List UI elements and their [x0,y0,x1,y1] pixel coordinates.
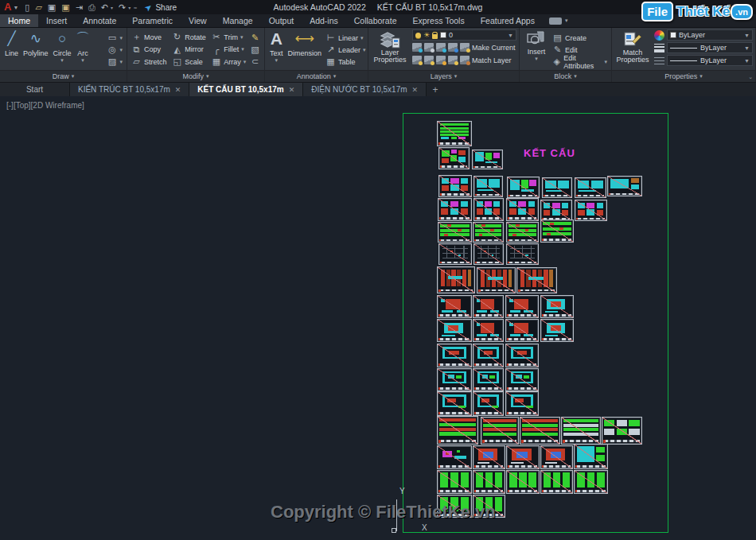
menu-tab-collaborate[interactable]: Collaborate [346,14,405,27]
undo-icon[interactable]: ↶ [101,2,108,13]
linetype-dropdown[interactable]: ByLayer ▼ [667,55,753,66]
panel-label-modify[interactable]: Modify▾ [127,70,264,82]
layer-unisolate-icon[interactable] [424,43,434,52]
doc-tab--i-n-n-c-bt-10-5x17m[interactable]: ĐIỆN NƯỚC BT 10,5x17m✕ [303,83,427,96]
layer-properties-button[interactable]: Layer Properties [371,29,409,70]
autocad-app-icon[interactable]: A [4,2,11,13]
arc-tool[interactable]: ⌒Arc▾ [74,29,92,70]
edit-attributes-tool[interactable]: ◈Edit Attributes▾ [552,56,607,68]
doc-tab-ki-n-tr-c-bt-10-5x17m[interactable]: KIẾN TRÚC BT 10,5x17m✕ [70,83,189,96]
new-tab-button[interactable]: + [427,83,444,96]
explode-tool[interactable]: ▧ [250,44,260,56]
polyline-tool[interactable]: ∿Polyline [21,29,51,70]
match-properties-button[interactable]: Match Properties [614,29,651,70]
layer-thaw-all-icon[interactable] [436,56,446,64]
move-tool[interactable]: ＋Move [131,31,167,43]
make-current-icon[interactable] [460,43,470,52]
create-tool[interactable]: ▤Create [552,32,607,44]
doc-tab-start[interactable]: Start [0,83,70,96]
menu-tab-insert[interactable]: Insert [38,14,75,27]
hatch-tool[interactable]: ▨▾ [107,56,123,68]
menu-tab-parametric[interactable]: Parametric [124,14,181,27]
rectangle-tool[interactable]: ▭▾ [107,32,123,44]
layer-off-icon[interactable] [412,56,422,64]
menu-tab-featured-apps[interactable]: Featured Apps [473,14,543,27]
ellipse-tool[interactable]: ◎▾ [107,44,123,56]
layer-color-swatch[interactable] [440,32,446,38]
export-icon[interactable]: ⇥ [76,2,83,13]
trim-tool[interactable]: ✂Trim▾ [211,31,247,43]
layer-on-bulb-icon[interactable] [415,33,421,38]
layer-unlock-icon[interactable] [432,34,438,39]
match-layer-icon[interactable] [460,56,470,64]
lineweight-dropdown[interactable]: ByLayer ▼ [667,42,753,53]
redo-icon[interactable]: ↷ [119,2,126,13]
array-icon: ▦ [211,56,221,67]
mirror-tool[interactable]: ◭Mirror [172,44,206,56]
tab-close-icon[interactable]: ✕ [412,86,419,94]
layer-thaw-sun-icon[interactable]: ☀ [423,32,430,39]
copy-tool[interactable]: ⧉Copy [131,44,167,56]
menu-tab-manage[interactable]: Manage [215,14,261,27]
print-icon[interactable]: ⎙ [88,2,95,13]
rotate-tool[interactable]: ↻Rotate [172,31,206,43]
sheet-diagonal-line [543,178,571,197]
tab-close-icon[interactable]: ✕ [175,86,181,94]
linear-tool[interactable]: ⊢Linear▾ [325,32,366,44]
panel-label-layers[interactable]: Layers▾ [368,70,519,82]
ribbon-display-toggle[interactable]: ▾ [543,14,575,27]
sheet-diagonal-line [602,418,641,444]
tab-close-icon[interactable]: ✕ [289,86,295,94]
viewport-controls-label[interactable]: [-][Top][2D Wireframe] [6,101,84,110]
new-file-icon[interactable]: ▯ [25,2,29,13]
layer-on-icon[interactable] [424,56,434,64]
make-current-button[interactable]: Make Current [472,44,516,52]
customize-qat-icon[interactable]: ≂ [133,5,137,10]
undo-chevron-icon[interactable]: ▾ [111,5,113,10]
save-as-icon[interactable]: ▣ [61,2,69,13]
panel-label-draw[interactable]: Draw▾ [0,70,127,82]
menu-tab-output[interactable]: Output [261,14,302,27]
menu-tab-annotate[interactable]: Annotate [75,14,124,27]
open-folder-icon[interactable]: ▱ [35,2,41,13]
doc-tab-k-t-c-u-bt-10-5x17m[interactable]: KẾT CẤU BT 10,5x17m✕ [189,83,303,96]
redo-chevron-icon[interactable]: ▾ [128,5,131,10]
panel-expand-icon[interactable]: ⌄ [748,74,753,80]
drawing-sheet [574,444,608,469]
circle-tool[interactable]: ○Circle▾ [51,29,74,70]
share-button[interactable]: ➤ Share [145,2,177,13]
panel-label-properties[interactable]: Properties▾ [612,70,755,82]
app-menu-chevron-icon[interactable]: ▼ [13,5,18,10]
layer-isolate-icon[interactable] [412,43,422,52]
drawing-sheet [575,200,607,221]
layer-unlock-all-icon[interactable] [448,56,458,64]
layer-lock-icon[interactable] [448,43,458,52]
array-tool[interactable]: ▦Array▾ [211,56,247,68]
line-tool[interactable]: ╱Line [2,29,21,70]
edit-attributes-chevron-icon: ▾ [604,59,607,65]
sheet-diagonal-line [473,392,503,415]
insert-block-button[interactable]: Insert ▾ [522,29,551,70]
layer-freeze-icon[interactable] [436,43,446,52]
menu-tab-express-tools[interactable]: Express Tools [404,14,472,27]
offset-tool[interactable]: ⊂ [250,56,260,68]
stretch-tool[interactable]: ▱Stretch [131,56,167,68]
save-icon[interactable]: ▣ [48,2,56,13]
copy-icon: ⧉ [131,45,142,55]
match-layer-button[interactable]: Match Layer [472,56,512,64]
menu-tab-add-ins[interactable]: Add-ins [302,14,346,27]
fillet-tool[interactable]: ╭Fillet▾ [211,44,247,56]
drawing-canvas[interactable]: [-][Top][2D Wireframe] KẾT CẤU Copyright… [0,96,756,540]
layer-select-dropdown[interactable]: ☀ 0 ▼ [412,29,516,41]
text-tool[interactable]: A Text ▾ [267,29,286,70]
panel-label-annotation[interactable]: Annotation▾ [265,70,368,82]
table-tool[interactable]: ▦Table [325,56,366,68]
dimension-tool[interactable]: ⟷ Dimension [286,29,325,70]
scale-tool[interactable]: ◱Scale [172,56,206,68]
erase-tool[interactable]: ✎ [250,32,260,44]
menu-tab-home[interactable]: Home [0,14,38,27]
panel-label-block[interactable]: Block▾ [520,70,611,82]
object-color-dropdown[interactable]: ByLayer ▼ [667,29,753,41]
leader-tool[interactable]: ↗Leader▾ [325,44,366,56]
menu-tab-view[interactable]: View [181,14,215,27]
